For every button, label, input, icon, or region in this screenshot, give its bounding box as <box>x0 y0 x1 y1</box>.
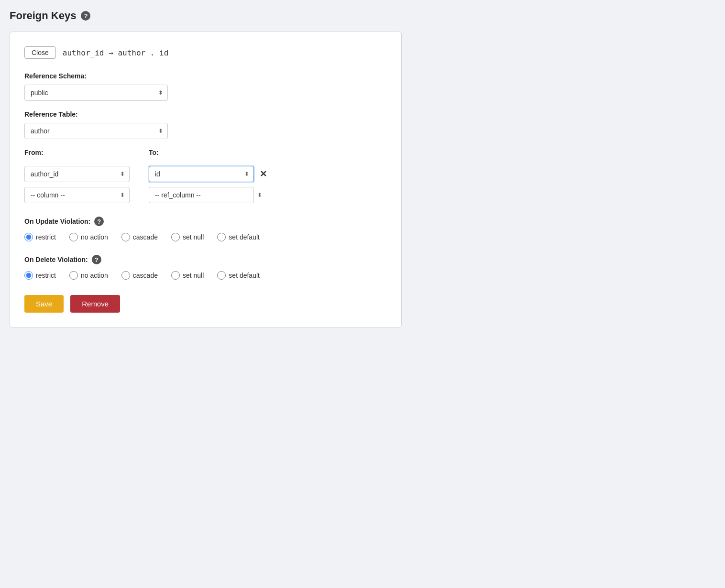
to-col1-wrapper: id <box>149 166 254 182</box>
delete-no-action-radio[interactable] <box>69 271 78 280</box>
update-set-null-radio[interactable] <box>171 233 180 241</box>
delete-row-icon[interactable]: ✕ <box>260 169 267 179</box>
update-cascade-radio[interactable] <box>121 233 130 241</box>
reference-schema-wrapper: public <box>24 85 168 101</box>
delete-restrict-item[interactable]: restrict <box>24 271 56 280</box>
on-delete-help-icon[interactable]: ? <box>92 255 101 264</box>
save-button[interactable]: Save <box>24 295 64 313</box>
delete-set-null-label: set null <box>183 272 204 279</box>
from-label: From: <box>24 149 130 156</box>
update-set-default-item[interactable]: set default <box>217 233 260 241</box>
reference-table-select[interactable]: author <box>24 123 168 139</box>
remove-button[interactable]: Remove <box>70 295 120 313</box>
on-delete-radio-group: restrict no action cascade set null set … <box>24 271 387 280</box>
close-button[interactable]: Close <box>24 46 56 59</box>
delete-set-null-radio[interactable] <box>171 271 180 280</box>
to-col2-select[interactable]: -- ref_column -- <box>149 187 254 203</box>
update-cascade-item[interactable]: cascade <box>121 233 158 241</box>
update-set-default-label: set default <box>229 233 260 241</box>
from-col2-wrapper: -- column -- <box>24 187 130 203</box>
to-section: To: id ✕ -- ref_column -- <box>149 149 267 203</box>
on-delete-section: On Delete Violation: ? restrict no actio… <box>24 255 387 280</box>
delete-set-default-item[interactable]: set default <box>217 271 260 280</box>
update-no-action-label: no action <box>81 233 108 241</box>
reference-table-label: Reference Table: <box>24 110 387 118</box>
delete-restrict-label: restrict <box>36 272 56 279</box>
fk-title: author_id → author . id <box>63 48 169 57</box>
help-icon[interactable]: ? <box>81 11 90 21</box>
delete-set-null-item[interactable]: set null <box>171 271 204 280</box>
reference-schema-label: Reference Schema: <box>24 72 387 80</box>
update-restrict-item[interactable]: restrict <box>24 233 56 241</box>
page-title: Foreign Keys <box>10 10 76 22</box>
to-row1: id ✕ <box>149 166 267 182</box>
reference-schema-select[interactable]: public <box>24 85 168 101</box>
update-restrict-radio[interactable] <box>24 233 33 241</box>
reference-schema-section: Reference Schema: public <box>24 72 387 101</box>
foreign-key-card: Close author_id → author . id Reference … <box>10 32 402 327</box>
update-no-action-radio[interactable] <box>69 233 78 241</box>
delete-restrict-radio[interactable] <box>24 271 33 280</box>
update-no-action-item[interactable]: no action <box>69 233 108 241</box>
card-header: Close author_id → author . id <box>24 46 387 59</box>
to-col1-select[interactable]: id <box>149 166 254 182</box>
delete-set-default-label: set default <box>229 272 260 279</box>
reference-table-wrapper: author <box>24 123 168 139</box>
from-col2-select[interactable]: -- column -- <box>24 187 130 203</box>
on-update-header: On Update Violation: ? <box>24 217 387 226</box>
on-delete-header: On Delete Violation: ? <box>24 255 387 264</box>
to-col2-wrapper: -- ref_column -- <box>149 187 267 203</box>
update-set-default-radio[interactable] <box>217 233 226 241</box>
from-col1-wrapper: author_id <box>24 166 130 182</box>
from-to-area: From: author_id -- column -- To: id <box>24 149 387 203</box>
delete-set-default-radio[interactable] <box>217 271 226 280</box>
update-cascade-label: cascade <box>133 233 158 241</box>
on-update-help-icon[interactable]: ? <box>94 217 104 226</box>
from-col1-select[interactable]: author_id <box>24 166 130 182</box>
action-buttons: Save Remove <box>24 295 387 313</box>
on-update-radio-group: restrict no action cascade set null set … <box>24 233 387 241</box>
on-update-label: On Update Violation: <box>24 218 90 225</box>
on-delete-label: On Delete Violation: <box>24 256 88 263</box>
from-section: From: author_id -- column -- <box>24 149 130 203</box>
update-set-null-item[interactable]: set null <box>171 233 204 241</box>
delete-cascade-radio[interactable] <box>121 271 130 280</box>
update-set-null-label: set null <box>183 233 204 241</box>
update-restrict-label: restrict <box>36 233 56 241</box>
delete-no-action-item[interactable]: no action <box>69 271 108 280</box>
delete-cascade-label: cascade <box>133 272 158 279</box>
to-label: To: <box>149 149 267 156</box>
reference-table-section: Reference Table: author <box>24 110 387 139</box>
delete-no-action-label: no action <box>81 272 108 279</box>
on-update-section: On Update Violation: ? restrict no actio… <box>24 217 387 241</box>
delete-cascade-item[interactable]: cascade <box>121 271 158 280</box>
